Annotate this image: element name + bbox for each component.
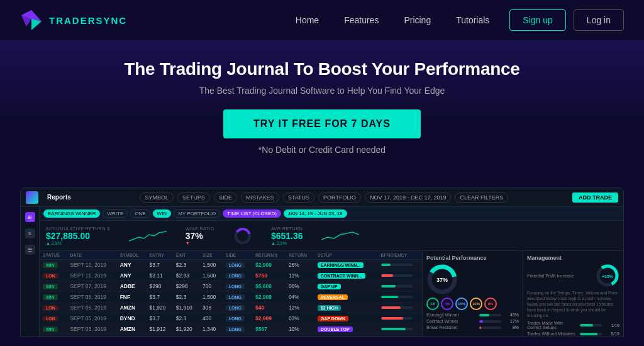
dashboard-filterbar: EARNINGS WINNER WRITE ONE WIN MY PORTFOL… bbox=[40, 207, 623, 221]
cell-eff bbox=[378, 313, 423, 324]
cell-return-d: $2,909 bbox=[252, 292, 286, 303]
profit-circle: +15% bbox=[596, 264, 619, 287]
filter-write[interactable]: WRITE bbox=[103, 209, 128, 218]
db-pill-side[interactable]: SIDE bbox=[214, 193, 237, 203]
db-pill-clear[interactable]: CLEAR FILTERS bbox=[455, 193, 508, 203]
cell-entry: $3.7 bbox=[147, 260, 173, 271]
circle-3: 10% bbox=[470, 298, 482, 310]
col-return-p: RETURN bbox=[286, 251, 314, 260]
hero-headline: The Trading Journal To Boost Your Perfor… bbox=[13, 59, 631, 79]
cell-entry: $3.11 bbox=[147, 271, 173, 281]
sparkline-avg-return bbox=[321, 230, 359, 242]
cell-entry: $290 bbox=[147, 281, 173, 292]
circle-2: 15% bbox=[455, 298, 468, 310]
tag-setup: GAP DOWN bbox=[318, 316, 348, 321]
nav-pricing[interactable]: Pricing bbox=[404, 15, 431, 25]
filter-portfolio[interactable]: MY PORTFOLIO bbox=[174, 209, 220, 218]
table-row[interactable]: WIN SEPT 03, 2019 AMZN $1,912 $1,920 1,3… bbox=[40, 324, 422, 335]
dashboard-preview: Reports SYMBOL SETUPS SIDE MISTAKES STAT… bbox=[20, 187, 624, 337]
dashboard-stats: ACCUMULATIVE RETURN $ $27,885.00 ▲ 2.9% … bbox=[40, 221, 623, 251]
cell-size: 308 bbox=[199, 303, 223, 313]
bar-no-mistakes: Trades Without Mistakes 5/19 bbox=[527, 332, 619, 336]
db-pill-mistakes[interactable]: MISTAKES bbox=[241, 193, 279, 203]
nav-links: Home Features Pricing Tutorials bbox=[296, 15, 490, 25]
badge-side: LONG bbox=[226, 326, 245, 332]
logo: TRADERSYNC bbox=[20, 9, 127, 31]
sidebar-icon-grid[interactable]: ⊞ bbox=[25, 212, 35, 222]
filter-win[interactable]: WIN bbox=[153, 209, 172, 218]
col-side: SIDE bbox=[223, 251, 252, 260]
filter-one[interactable]: ONE bbox=[130, 209, 150, 218]
table-row[interactable]: WIN SEPT 12, 2019 ANY $3.7 $2.3 1,500 LO… bbox=[40, 260, 422, 271]
badge-status: LON bbox=[43, 273, 58, 279]
table-row[interactable]: WIN SEPT 06, 2019 FNF $3.7 $2.3 1,500 LO… bbox=[40, 292, 422, 303]
cell-eff bbox=[378, 303, 423, 313]
col-entry: ENTRY bbox=[147, 251, 173, 260]
cell-date: SEPT 05, 2019 bbox=[67, 303, 116, 313]
table-row[interactable]: LON SEPT 05, 2019 AMZN $1,920 $1,910 308… bbox=[40, 303, 422, 313]
hero-subheadline: The Best Trading Journal Software to Hel… bbox=[13, 86, 631, 96]
cell-exit: $2.3 bbox=[173, 292, 199, 303]
tag-setup: $2 HIGH bbox=[318, 305, 341, 311]
nav-features[interactable]: Features bbox=[344, 15, 379, 25]
sidebar-icon-chart[interactable]: ≡ bbox=[25, 228, 35, 238]
dashboard-table: STATUS DATE SYMBOL ENTRY EXIT SIZE SIDE … bbox=[40, 251, 422, 337]
tag-setup: DOUBLE TOP bbox=[318, 326, 353, 332]
db-tab-reports[interactable]: Reports bbox=[42, 193, 76, 202]
db-pill-symbol[interactable]: SYMBOL bbox=[140, 193, 174, 203]
cell-symbol: BYND bbox=[117, 313, 147, 324]
donut-wine-ratio bbox=[233, 226, 252, 245]
bar-correct-setups: Trades Made With Correct Setups 1/19 bbox=[527, 321, 619, 330]
col-setup: SETUP bbox=[314, 251, 378, 260]
db-pill-setups[interactable]: SETUPS bbox=[177, 193, 210, 203]
cell-eff bbox=[378, 324, 423, 335]
cell-date: SEPT 05, 2019 bbox=[67, 313, 116, 324]
filter-date[interactable]: JAN 14, 19 - JUN 23, 19 bbox=[284, 209, 347, 218]
cell-symbol: ADBE bbox=[117, 281, 147, 292]
filter-earnings[interactable]: EARNINGS WINNER bbox=[43, 209, 100, 218]
db-pill-portfolio[interactable]: PORTFOLIO bbox=[318, 193, 361, 203]
cell-eff bbox=[378, 260, 423, 271]
stat-avg-return: AVG RETURN $651.36 ▲ 2.9% bbox=[271, 226, 303, 245]
cell-date: SEPT 07, 2019 bbox=[67, 281, 116, 292]
logo-icon bbox=[20, 9, 43, 31]
no-card-text: *No Debit or Credit Card needed bbox=[13, 145, 631, 155]
dashboard-table-wrap: STATUS DATE SYMBOL ENTRY EXIT SIZE SIDE … bbox=[40, 251, 623, 337]
col-size: SIZE bbox=[199, 251, 223, 260]
sidebar-icon-list[interactable]: ☰ bbox=[25, 245, 35, 255]
add-trade-button[interactable]: ADD TRADE bbox=[572, 193, 618, 203]
cell-date: SEPT 12, 2019 bbox=[67, 260, 116, 271]
circle-0: 3/6 bbox=[426, 298, 439, 310]
cta-button[interactable]: TRY IT FREE FOR 7 DAYS bbox=[223, 109, 421, 138]
tag-setup: CONTRACT WINN... bbox=[318, 273, 365, 279]
nav-tutorials[interactable]: Tutorials bbox=[456, 15, 489, 25]
cell-exit: $2.3 bbox=[173, 260, 199, 271]
cell-return-d: $5,600 bbox=[252, 281, 286, 292]
cell-symbol: AMZN bbox=[117, 303, 147, 313]
dashboard-body: ⊞ ≡ ☰ EARNINGS WINNER WRITE ONE WIN MY P… bbox=[21, 207, 623, 337]
table-row[interactable]: LON SEPT 05, 2019 BYND $3.7 $2.3 400 LON… bbox=[40, 313, 422, 324]
badge-side: LONG bbox=[226, 294, 245, 300]
badge-status: LON bbox=[43, 305, 58, 311]
cell-return-p: 26% bbox=[286, 260, 314, 271]
cell-return-p: 10% bbox=[286, 324, 314, 335]
tag-setup: REVERSAL bbox=[318, 294, 348, 300]
table-row[interactable]: LON SEPT 11, 2019 ANY $3.11 $2.93 1,500 … bbox=[40, 271, 422, 281]
management-panel: Management Potential Profit Increase +15… bbox=[523, 251, 623, 337]
filter-timelist[interactable]: TIME LIST (CLOSED) bbox=[223, 209, 281, 218]
cell-size: 1,500 bbox=[199, 271, 223, 281]
cell-symbol: FNF bbox=[117, 292, 147, 303]
tag-setup: EARNINGS WINN... bbox=[318, 262, 364, 268]
nav-home[interactable]: Home bbox=[296, 15, 319, 25]
badge-status: WIN bbox=[43, 326, 58, 332]
badge-status: WIN bbox=[43, 294, 58, 300]
cell-eff bbox=[378, 292, 423, 303]
signup-button[interactable]: Sign up bbox=[509, 9, 565, 31]
login-button[interactable]: Log in bbox=[574, 9, 624, 31]
cell-size: 1,500 bbox=[199, 260, 223, 271]
table-row[interactable]: WIN SEPT 07, 2019 ADBE $290 $298 700 LON… bbox=[40, 281, 422, 292]
db-pill-date[interactable]: NOV 17, 2019 - DEC 17, 2019 bbox=[365, 193, 452, 203]
cell-date: SEPT 03, 2019 bbox=[67, 324, 116, 335]
db-pill-status[interactable]: STATUS bbox=[283, 193, 314, 203]
cell-return-d: $2,909 bbox=[252, 313, 286, 324]
